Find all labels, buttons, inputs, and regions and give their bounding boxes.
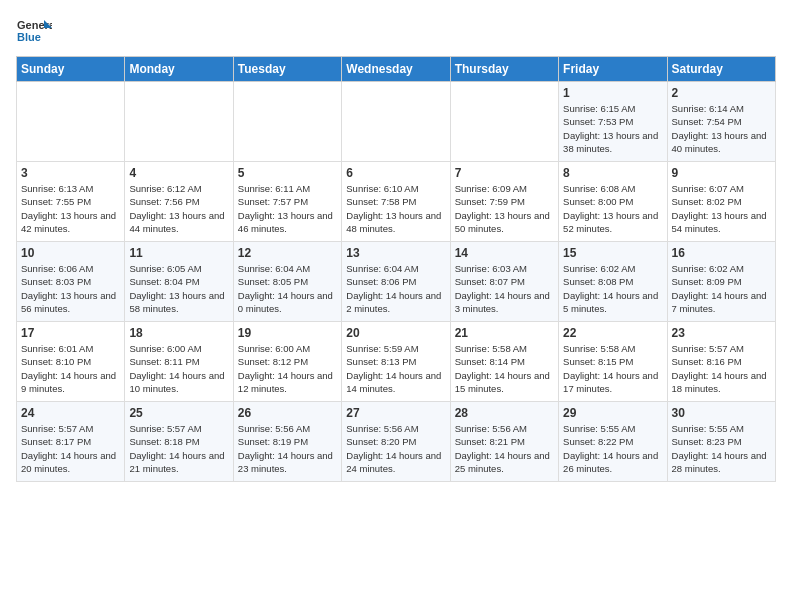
- calendar-cell: 3Sunrise: 6:13 AM Sunset: 7:55 PM Daylig…: [17, 162, 125, 242]
- weekday-header-sunday: Sunday: [17, 57, 125, 82]
- day-number: 12: [238, 246, 337, 260]
- day-number: 4: [129, 166, 228, 180]
- day-detail: Sunrise: 6:01 AM Sunset: 8:10 PM Dayligh…: [21, 342, 120, 395]
- calendar-table: SundayMondayTuesdayWednesdayThursdayFrid…: [16, 56, 776, 482]
- day-detail: Sunrise: 6:09 AM Sunset: 7:59 PM Dayligh…: [455, 182, 554, 235]
- calendar-cell: 10Sunrise: 6:06 AM Sunset: 8:03 PM Dayli…: [17, 242, 125, 322]
- day-detail: Sunrise: 5:56 AM Sunset: 8:20 PM Dayligh…: [346, 422, 445, 475]
- calendar-cell: 8Sunrise: 6:08 AM Sunset: 8:00 PM Daylig…: [559, 162, 667, 242]
- day-detail: Sunrise: 5:58 AM Sunset: 8:14 PM Dayligh…: [455, 342, 554, 395]
- calendar-cell: [17, 82, 125, 162]
- calendar-cell: 11Sunrise: 6:05 AM Sunset: 8:04 PM Dayli…: [125, 242, 233, 322]
- calendar-cell: 13Sunrise: 6:04 AM Sunset: 8:06 PM Dayli…: [342, 242, 450, 322]
- day-detail: Sunrise: 6:05 AM Sunset: 8:04 PM Dayligh…: [129, 262, 228, 315]
- day-detail: Sunrise: 6:00 AM Sunset: 8:12 PM Dayligh…: [238, 342, 337, 395]
- day-number: 13: [346, 246, 445, 260]
- calendar-cell: 4Sunrise: 6:12 AM Sunset: 7:56 PM Daylig…: [125, 162, 233, 242]
- day-number: 22: [563, 326, 662, 340]
- calendar-week-5: 24Sunrise: 5:57 AM Sunset: 8:17 PM Dayli…: [17, 402, 776, 482]
- day-number: 21: [455, 326, 554, 340]
- calendar-cell: [342, 82, 450, 162]
- day-number: 16: [672, 246, 771, 260]
- day-detail: Sunrise: 5:55 AM Sunset: 8:23 PM Dayligh…: [672, 422, 771, 475]
- calendar-cell: 9Sunrise: 6:07 AM Sunset: 8:02 PM Daylig…: [667, 162, 775, 242]
- calendar-cell: 22Sunrise: 5:58 AM Sunset: 8:15 PM Dayli…: [559, 322, 667, 402]
- day-detail: Sunrise: 5:58 AM Sunset: 8:15 PM Dayligh…: [563, 342, 662, 395]
- calendar-cell: 7Sunrise: 6:09 AM Sunset: 7:59 PM Daylig…: [450, 162, 558, 242]
- day-detail: Sunrise: 5:59 AM Sunset: 8:13 PM Dayligh…: [346, 342, 445, 395]
- day-detail: Sunrise: 6:02 AM Sunset: 8:09 PM Dayligh…: [672, 262, 771, 315]
- day-number: 25: [129, 406, 228, 420]
- day-detail: Sunrise: 6:07 AM Sunset: 8:02 PM Dayligh…: [672, 182, 771, 235]
- calendar-week-3: 10Sunrise: 6:06 AM Sunset: 8:03 PM Dayli…: [17, 242, 776, 322]
- calendar-week-2: 3Sunrise: 6:13 AM Sunset: 7:55 PM Daylig…: [17, 162, 776, 242]
- day-number: 17: [21, 326, 120, 340]
- day-number: 9: [672, 166, 771, 180]
- logo-icon: General Blue: [16, 16, 52, 46]
- day-number: 19: [238, 326, 337, 340]
- calendar-cell: 23Sunrise: 5:57 AM Sunset: 8:16 PM Dayli…: [667, 322, 775, 402]
- calendar-cell: 30Sunrise: 5:55 AM Sunset: 8:23 PM Dayli…: [667, 402, 775, 482]
- calendar-cell: 29Sunrise: 5:55 AM Sunset: 8:22 PM Dayli…: [559, 402, 667, 482]
- day-detail: Sunrise: 5:57 AM Sunset: 8:16 PM Dayligh…: [672, 342, 771, 395]
- page-header: General Blue: [16, 16, 776, 46]
- day-number: 24: [21, 406, 120, 420]
- weekday-header-thursday: Thursday: [450, 57, 558, 82]
- calendar-cell: 17Sunrise: 6:01 AM Sunset: 8:10 PM Dayli…: [17, 322, 125, 402]
- weekday-header-wednesday: Wednesday: [342, 57, 450, 82]
- day-number: 30: [672, 406, 771, 420]
- calendar-cell: 5Sunrise: 6:11 AM Sunset: 7:57 PM Daylig…: [233, 162, 341, 242]
- calendar-cell: 25Sunrise: 5:57 AM Sunset: 8:18 PM Dayli…: [125, 402, 233, 482]
- calendar-cell: [450, 82, 558, 162]
- day-number: 27: [346, 406, 445, 420]
- calendar-cell: 27Sunrise: 5:56 AM Sunset: 8:20 PM Dayli…: [342, 402, 450, 482]
- svg-text:Blue: Blue: [17, 31, 41, 43]
- day-detail: Sunrise: 6:13 AM Sunset: 7:55 PM Dayligh…: [21, 182, 120, 235]
- weekday-header-friday: Friday: [559, 57, 667, 82]
- day-detail: Sunrise: 6:02 AM Sunset: 8:08 PM Dayligh…: [563, 262, 662, 315]
- calendar-cell: 2Sunrise: 6:14 AM Sunset: 7:54 PM Daylig…: [667, 82, 775, 162]
- weekday-header-tuesday: Tuesday: [233, 57, 341, 82]
- day-number: 6: [346, 166, 445, 180]
- day-detail: Sunrise: 5:55 AM Sunset: 8:22 PM Dayligh…: [563, 422, 662, 475]
- day-number: 5: [238, 166, 337, 180]
- weekday-header-monday: Monday: [125, 57, 233, 82]
- day-detail: Sunrise: 5:56 AM Sunset: 8:21 PM Dayligh…: [455, 422, 554, 475]
- day-detail: Sunrise: 6:11 AM Sunset: 7:57 PM Dayligh…: [238, 182, 337, 235]
- day-detail: Sunrise: 6:04 AM Sunset: 8:05 PM Dayligh…: [238, 262, 337, 315]
- calendar-cell: 28Sunrise: 5:56 AM Sunset: 8:21 PM Dayli…: [450, 402, 558, 482]
- calendar-cell: 18Sunrise: 6:00 AM Sunset: 8:11 PM Dayli…: [125, 322, 233, 402]
- day-number: 1: [563, 86, 662, 100]
- calendar-cell: 19Sunrise: 6:00 AM Sunset: 8:12 PM Dayli…: [233, 322, 341, 402]
- day-detail: Sunrise: 6:03 AM Sunset: 8:07 PM Dayligh…: [455, 262, 554, 315]
- calendar-cell: 21Sunrise: 5:58 AM Sunset: 8:14 PM Dayli…: [450, 322, 558, 402]
- day-detail: Sunrise: 6:04 AM Sunset: 8:06 PM Dayligh…: [346, 262, 445, 315]
- day-detail: Sunrise: 6:15 AM Sunset: 7:53 PM Dayligh…: [563, 102, 662, 155]
- day-number: 15: [563, 246, 662, 260]
- day-detail: Sunrise: 6:00 AM Sunset: 8:11 PM Dayligh…: [129, 342, 228, 395]
- day-detail: Sunrise: 6:08 AM Sunset: 8:00 PM Dayligh…: [563, 182, 662, 235]
- day-number: 26: [238, 406, 337, 420]
- day-number: 14: [455, 246, 554, 260]
- day-detail: Sunrise: 6:10 AM Sunset: 7:58 PM Dayligh…: [346, 182, 445, 235]
- day-number: 7: [455, 166, 554, 180]
- day-detail: Sunrise: 5:57 AM Sunset: 8:18 PM Dayligh…: [129, 422, 228, 475]
- day-number: 10: [21, 246, 120, 260]
- calendar-week-1: 1Sunrise: 6:15 AM Sunset: 7:53 PM Daylig…: [17, 82, 776, 162]
- logo: General Blue: [16, 16, 52, 46]
- calendar-cell: 26Sunrise: 5:56 AM Sunset: 8:19 PM Dayli…: [233, 402, 341, 482]
- day-detail: Sunrise: 6:12 AM Sunset: 7:56 PM Dayligh…: [129, 182, 228, 235]
- day-number: 29: [563, 406, 662, 420]
- day-number: 3: [21, 166, 120, 180]
- day-number: 11: [129, 246, 228, 260]
- day-number: 28: [455, 406, 554, 420]
- day-detail: Sunrise: 6:06 AM Sunset: 8:03 PM Dayligh…: [21, 262, 120, 315]
- calendar-cell: 20Sunrise: 5:59 AM Sunset: 8:13 PM Dayli…: [342, 322, 450, 402]
- calendar-cell: 14Sunrise: 6:03 AM Sunset: 8:07 PM Dayli…: [450, 242, 558, 322]
- calendar-cell: 6Sunrise: 6:10 AM Sunset: 7:58 PM Daylig…: [342, 162, 450, 242]
- day-number: 2: [672, 86, 771, 100]
- day-detail: Sunrise: 5:56 AM Sunset: 8:19 PM Dayligh…: [238, 422, 337, 475]
- calendar-cell: 16Sunrise: 6:02 AM Sunset: 8:09 PM Dayli…: [667, 242, 775, 322]
- day-number: 8: [563, 166, 662, 180]
- weekday-header-saturday: Saturday: [667, 57, 775, 82]
